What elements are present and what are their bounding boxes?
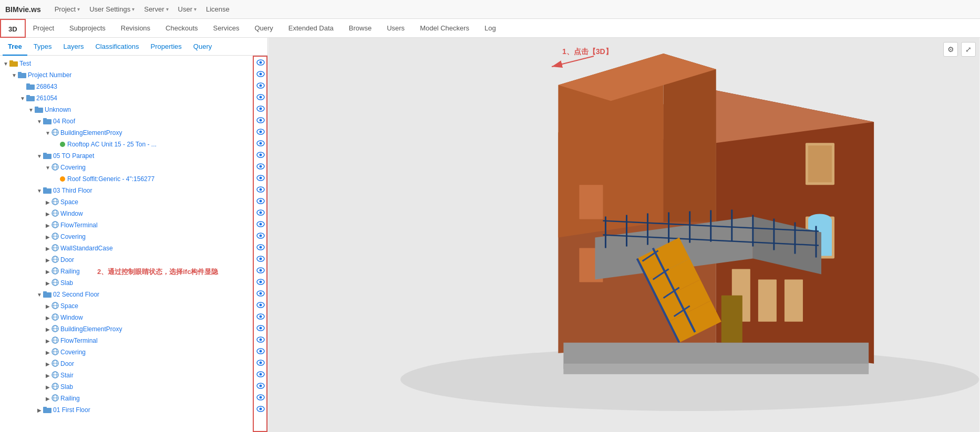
tab-3d[interactable]: 3D — [0, 19, 26, 38]
tree-expand-btn[interactable]: ▶ — [44, 396, 51, 402]
tree-item[interactable]: ▼05 TO Parapet — [0, 150, 253, 162]
tree-item[interactable]: ▶Door — [0, 358, 253, 370]
tree-expand-btn[interactable]: ▼ — [11, 72, 18, 78]
tree-expand-btn[interactable]: ▼ — [36, 119, 43, 124]
tab-model-checkers[interactable]: Model Checkers — [412, 19, 477, 38]
eye-visibility-btn[interactable] — [254, 218, 267, 230]
tab-checkouts[interactable]: Checkouts — [158, 19, 205, 38]
eye-visibility-btn[interactable] — [254, 276, 267, 288]
tree-item[interactable]: ▼Project Number — [0, 69, 253, 81]
tree-item[interactable]: ▶FlowTerminal — [0, 335, 253, 346]
tree-expand-btn[interactable]: ▶ — [44, 384, 51, 390]
tree-item[interactable]: ▶Window — [0, 312, 253, 323]
tab-query[interactable]: Query — [247, 19, 281, 38]
tree-item[interactable]: ▼Unknown — [0, 104, 253, 115]
tree-item[interactable]: ▶Slab — [0, 277, 253, 289]
tree-expand-btn[interactable]: ▶ — [44, 246, 51, 251]
tab-subprojects[interactable]: Subprojects — [62, 19, 114, 38]
tab-services[interactable]: Services — [206, 19, 247, 38]
tree-item[interactable]: ▶Space — [0, 300, 253, 312]
tree-expand-btn[interactable]: ▼ — [36, 188, 43, 194]
tree-item[interactable]: ▶Covering — [0, 346, 253, 358]
tree-expand-btn[interactable]: ▼ — [36, 292, 43, 298]
tree-item[interactable]: ▶Covering — [0, 231, 253, 243]
eye-visibility-btn[interactable] — [254, 91, 267, 103]
tree-item[interactable]: ▶Door — [0, 254, 253, 266]
tree-expand-btn[interactable]: ▶ — [44, 211, 51, 217]
eye-visibility-btn[interactable] — [254, 368, 267, 380]
eye-visibility-btn[interactable] — [254, 403, 267, 415]
tab-log[interactable]: Log — [477, 19, 504, 38]
tree-expand-btn[interactable]: ▶ — [44, 315, 51, 321]
nav-project[interactable]: Project ▾ — [55, 5, 80, 13]
eye-visibility-btn[interactable] — [254, 380, 267, 392]
tree-item[interactable]: Roof Soffit:Generic - 4":156277 — [0, 173, 253, 185]
tab-project[interactable]: Project — [26, 19, 62, 38]
left-tab-layers[interactable]: Layers — [58, 38, 89, 56]
tree-item[interactable]: ▶Railing — [0, 266, 253, 277]
eye-visibility-btn[interactable] — [254, 334, 267, 345]
eye-visibility-btn[interactable] — [254, 357, 267, 368]
eye-visibility-btn[interactable] — [254, 230, 267, 241]
tree-item[interactable]: ▼04 Roof — [0, 115, 253, 127]
tree-expand-btn[interactable]: ▼ — [27, 107, 35, 113]
eye-visibility-btn[interactable] — [254, 241, 267, 253]
tree-expand-btn[interactable]: ▶ — [36, 407, 43, 413]
eye-visibility-btn[interactable] — [254, 288, 267, 299]
tree-expand-btn[interactable]: ▼ — [44, 130, 51, 136]
eye-visibility-btn[interactable] — [254, 322, 267, 334]
eye-visibility-btn[interactable] — [254, 392, 267, 403]
tree-item[interactable]: ▼03 Third Floor — [0, 185, 253, 196]
tab-users[interactable]: Users — [379, 19, 412, 38]
left-tab-query[interactable]: Query — [188, 38, 217, 56]
tree-item[interactable]: ▶Space — [0, 196, 253, 208]
tree-expand-btn[interactable]: ▼ — [2, 61, 9, 67]
tree-expand-btn[interactable]: ▶ — [44, 234, 51, 240]
tree-item[interactable]: ▶Window — [0, 208, 253, 219]
tree-expand-btn[interactable]: ▶ — [44, 199, 51, 205]
tree-expand-btn[interactable]: ▼ — [44, 165, 51, 171]
eye-visibility-btn[interactable] — [254, 195, 267, 207]
tree-expand-btn[interactable]: ▶ — [44, 373, 51, 378]
tree-expand-btn[interactable]: ▶ — [44, 280, 51, 286]
tree-expand-btn[interactable]: ▶ — [44, 257, 51, 263]
tree-item[interactable]: ▼261054 — [0, 92, 253, 104]
eye-visibility-btn[interactable] — [254, 299, 267, 311]
nav-user-settings[interactable]: User Settings ▾ — [89, 5, 135, 13]
tree-expand-btn[interactable]: ▶ — [44, 361, 51, 367]
tree-item[interactable]: ▶Slab — [0, 381, 253, 393]
tree-expand-btn[interactable]: ▼ — [19, 96, 26, 101]
tree-item[interactable]: ▼BuildingElementProxy — [0, 127, 253, 139]
eye-visibility-btn[interactable] — [254, 265, 267, 276]
tree-item[interactable]: ▶WallStandardCase — [0, 243, 253, 254]
tree-expand-btn[interactable]: ▶ — [44, 338, 51, 344]
left-tab-tree[interactable]: Tree — [3, 38, 27, 56]
eye-visibility-btn[interactable] — [254, 68, 267, 80]
eye-visibility-btn[interactable] — [254, 161, 267, 172]
tab-revisions[interactable]: Revisions — [114, 19, 158, 38]
tree-expand-btn[interactable]: ▼ — [36, 153, 43, 159]
settings-tool-button[interactable]: ⚙ — [943, 42, 958, 57]
tab-browse[interactable]: Browse — [342, 19, 379, 38]
tree-item[interactable]: ▼Covering — [0, 162, 253, 173]
nav-server[interactable]: Server ▾ — [144, 5, 168, 13]
nav-user[interactable]: User ▾ — [178, 5, 197, 13]
tree-item[interactable]: ▼02 Second Floor — [0, 289, 253, 300]
eye-visibility-btn[interactable] — [254, 80, 267, 91]
eye-visibility-btn[interactable] — [254, 138, 267, 149]
eye-visibility-btn[interactable] — [254, 345, 267, 357]
tree-item[interactable]: ▶Stair — [0, 370, 253, 381]
nav-license[interactable]: License — [206, 5, 230, 13]
eye-visibility-btn[interactable] — [254, 184, 267, 195]
expand-tool-button[interactable]: ⤢ — [961, 42, 976, 57]
tree-item[interactable]: ▶Railing — [0, 393, 253, 404]
eye-visibility-btn[interactable] — [254, 114, 267, 126]
eye-visibility-btn[interactable] — [254, 126, 267, 138]
left-tab-properties[interactable]: Properties — [146, 38, 187, 56]
eye-visibility-btn[interactable] — [254, 103, 267, 114]
eye-visibility-btn[interactable] — [254, 57, 267, 68]
tree-expand-btn[interactable]: ▶ — [44, 223, 51, 228]
eye-visibility-btn[interactable] — [254, 311, 267, 322]
tree-expand-btn[interactable]: ▶ — [44, 350, 51, 355]
eye-visibility-btn[interactable] — [254, 207, 267, 218]
